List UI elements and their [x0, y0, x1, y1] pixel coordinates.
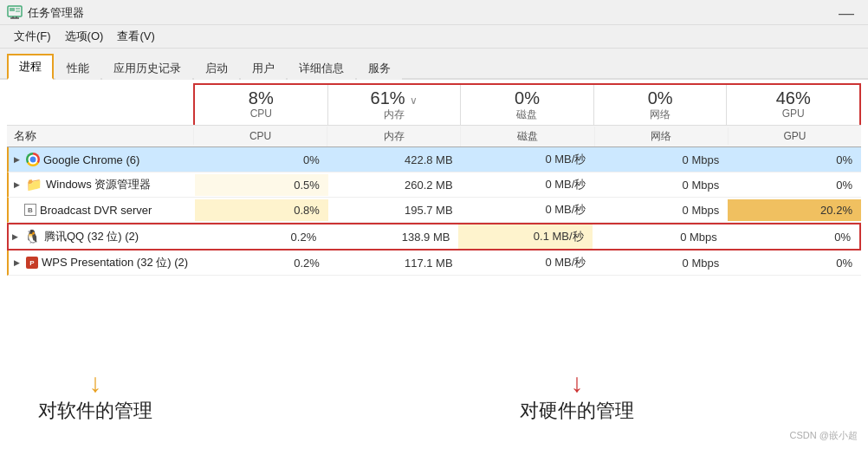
watermark: CSDN @嵌小超: [790, 429, 858, 442]
process-row-explorer[interactable]: ▶ 📁 Windows 资源管理器 0.5% 260.2 MB 0 MB/秒 0…: [7, 172, 861, 198]
wps-name-text: WPS Presentation (32 位) (2): [42, 255, 188, 270]
menu-bar: 文件(F) 选项(O) 查看(V): [0, 25, 868, 49]
broadcast-name-cell: B Broadcast DVR server: [9, 199, 195, 221]
chrome-name-cell: ▶ Google Chrome (6): [9, 148, 195, 171]
name-column-spacer: [7, 83, 193, 125]
process-row-tencent[interactable]: ▶ 🐧 腾讯QQ (32 位) (2) 0.2% 138.9 MB 0.1 MB…: [9, 224, 859, 249]
title-left: 任务管理器: [7, 5, 84, 21]
network-percent: 0%: [598, 88, 723, 107]
left-annotation: ↓ 对软件的管理: [0, 370, 182, 424]
minimize-button[interactable]: —: [833, 5, 859, 21]
explorer-disk: 0 MB/秒: [462, 172, 595, 197]
wps-network: 0 Mbps: [594, 252, 728, 274]
wps-gpu: 0%: [728, 252, 861, 274]
process-row-wps[interactable]: ▶ P WPS Presentation (32 位) (2) 0.2% 117…: [7, 251, 861, 276]
chrome-disk: 0 MB/秒: [462, 147, 595, 172]
memory-percent: 61% ∨: [332, 88, 457, 107]
disk-percent: 0%: [464, 88, 590, 107]
disk-usage-col: 0% 磁盘: [461, 85, 594, 125]
tab-services[interactable]: 服务: [357, 56, 402, 80]
resource-usage-header: 8% CPU 61% ∨ 内存 0% 磁盘 0% 网络 46% GPU: [193, 83, 861, 125]
folder-icon: 📁: [26, 177, 42, 192]
broadcast-gpu: 20.2%: [728, 199, 861, 221]
tencent-cpu: 0.2%: [191, 226, 325, 248]
wps-expand-arrow[interactable]: ▶: [14, 258, 23, 267]
left-annotation-text: 对软件的管理: [38, 398, 152, 424]
wps-cpu: 0.2%: [195, 252, 328, 274]
right-annotation: ↓ 对硬件的管理: [182, 370, 868, 424]
memory-arrow: ∨: [410, 94, 418, 107]
gpu-label: GPU: [730, 107, 856, 120]
tencent-gpu: 0%: [726, 226, 859, 248]
qq-icon: 🐧: [24, 229, 41, 244]
wps-memory: 117.1 MB: [328, 252, 462, 274]
tab-app-history[interactable]: 应用历史记录: [102, 56, 192, 80]
gpu-usage-col: 46% GPU: [727, 85, 859, 125]
process-row-broadcast[interactable]: B Broadcast DVR server 0.8% 195.7 MB 0 M…: [7, 198, 861, 223]
tab-users[interactable]: 用户: [241, 56, 286, 80]
chrome-cpu: 0%: [195, 149, 328, 171]
svg-rect-1: [10, 8, 15, 11]
name-col-header[interactable]: 名称: [7, 126, 193, 146]
tab-processes[interactable]: 进程: [7, 54, 54, 80]
cpu-label: CPU: [198, 107, 324, 120]
network-label: 网络: [598, 107, 723, 122]
memory-col-header[interactable]: 内存: [327, 127, 460, 146]
tencent-disk: 0.1 MB/秒: [458, 224, 592, 249]
disk-col-header[interactable]: 磁盘: [460, 127, 593, 146]
broadcast-icon: B: [24, 204, 36, 216]
broadcast-name-text: Broadcast DVR server: [40, 204, 152, 217]
tab-bar: 进程 性能 应用历史记录 启动 用户 详细信息 服务: [0, 49, 868, 80]
svg-rect-3: [16, 10, 20, 12]
explorer-cpu: 0.5%: [195, 174, 328, 196]
task-manager-icon: [7, 5, 23, 21]
column-headers: 名称 CPU 内存 磁盘 网络 GPU: [7, 125, 861, 147]
cpu-usage-col: 8% CPU: [195, 85, 328, 125]
chrome-gpu: 0%: [728, 149, 861, 171]
wps-icon: P: [26, 257, 38, 269]
cpu-percent: 8%: [198, 88, 324, 107]
explorer-network: 0 Mbps: [594, 174, 728, 196]
resource-header-row: 8% CPU 61% ∨ 内存 0% 磁盘 0% 网络 46% GPU: [7, 83, 861, 125]
network-col-header[interactable]: 网络: [594, 127, 728, 146]
broadcast-network: 0 Mbps: [594, 199, 728, 221]
tab-startup[interactable]: 启动: [194, 56, 239, 80]
wps-disk: 0 MB/秒: [462, 251, 595, 275]
process-row-chrome[interactable]: ▶ Google Chrome (6) 0% 422.8 MB 0 MB/秒 0…: [7, 147, 861, 172]
cpu-col-header[interactable]: CPU: [193, 127, 327, 145]
explorer-name-cell: ▶ 📁 Windows 资源管理器: [9, 172, 195, 197]
left-arrow-icon: ↓: [89, 370, 102, 396]
tencent-network: 0 Mbps: [593, 226, 726, 248]
menu-view[interactable]: 查看(V): [110, 27, 161, 46]
tab-details[interactable]: 详细信息: [288, 56, 355, 80]
annotations-area: ↓ 对软件的管理 ↓ 对硬件的管理: [0, 367, 868, 449]
svg-rect-2: [16, 8, 20, 10]
app-title: 任务管理器: [28, 5, 84, 21]
right-annotation-text: 对硬件的管理: [520, 398, 634, 424]
chrome-memory: 422.8 MB: [328, 149, 462, 171]
explorer-gpu: 0%: [728, 174, 861, 196]
tencent-expand-arrow[interactable]: ▶: [12, 232, 21, 241]
tencent-name-cell: ▶ 🐧 腾讯QQ (32 位) (2): [9, 224, 191, 249]
explorer-expand-arrow[interactable]: ▶: [14, 180, 23, 189]
broadcast-memory: 195.7 MB: [328, 199, 462, 221]
chrome-expand-arrow[interactable]: ▶: [14, 155, 23, 164]
menu-file[interactable]: 文件(F): [7, 27, 58, 46]
explorer-memory: 260.2 MB: [328, 174, 462, 196]
network-usage-col: 0% 网络: [594, 85, 728, 125]
memory-label: 内存: [332, 107, 457, 122]
wps-name-cell: ▶ P WPS Presentation (32 位) (2): [9, 251, 195, 275]
chrome-icon: [26, 153, 40, 166]
tab-performance[interactable]: 性能: [55, 56, 100, 80]
gpu-percent: 46%: [730, 88, 856, 107]
tencent-memory: 138.9 MB: [325, 226, 458, 248]
gpu-col-header[interactable]: GPU: [728, 127, 861, 145]
tencent-row-highlight: ▶ 🐧 腾讯QQ (32 位) (2) 0.2% 138.9 MB 0.1 MB…: [7, 223, 861, 251]
disk-label: 磁盘: [464, 107, 590, 122]
explorer-name-text: Windows 资源管理器: [46, 177, 151, 192]
right-arrow-icon: ↓: [571, 370, 584, 396]
broadcast-disk: 0 MB/秒: [462, 198, 595, 222]
menu-options[interactable]: 选项(O): [58, 27, 111, 46]
broadcast-cpu: 0.8%: [195, 199, 328, 221]
title-bar: 任务管理器 —: [0, 0, 868, 25]
